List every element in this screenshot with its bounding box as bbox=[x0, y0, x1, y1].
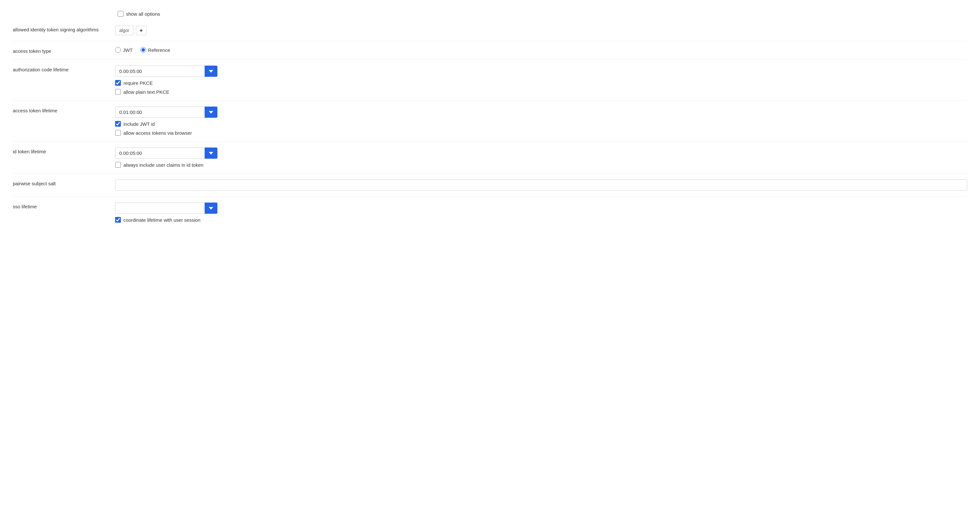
authorization-code-lifetime-label: authorization code lifetime bbox=[13, 65, 115, 72]
show-all-options-label: show all options bbox=[126, 11, 160, 17]
authorization-code-lifetime-row: authorization code lifetime require PKCE… bbox=[13, 60, 967, 101]
show-all-options-control: show all options bbox=[118, 11, 160, 17]
allowed-identity-token-controls: algor + bbox=[115, 26, 967, 35]
id-token-lifetime-row: id token lifetime always include user cl… bbox=[13, 142, 967, 174]
require-pkce-label: require PKCE bbox=[123, 80, 153, 86]
sso-lifetime-controls: coordinate lifetime with user session bbox=[115, 203, 967, 223]
require-pkce-checkbox[interactable] bbox=[115, 80, 121, 86]
chevron-down-icon bbox=[209, 206, 213, 211]
allow-plain-text-pkce-row: allow plain text PKCE bbox=[115, 89, 967, 95]
allow-plain-text-pkce-label: allow plain text PKCE bbox=[123, 89, 169, 95]
algo-container: algor + bbox=[115, 26, 967, 35]
authorization-code-lifetime-dropdown[interactable] bbox=[205, 65, 218, 77]
access-token-type-label: access token type bbox=[13, 47, 115, 54]
pairwise-subject-salt-label: pairwise subject salt bbox=[13, 179, 115, 186]
allowed-identity-token-row: allowed identity token signing algorithm… bbox=[13, 20, 967, 41]
pairwise-subject-salt-input[interactable] bbox=[115, 179, 967, 191]
access-token-type-row: access token type JWT Reference bbox=[13, 41, 967, 60]
access-token-lifetime-label: access token lifetime bbox=[13, 107, 115, 113]
chevron-down-icon bbox=[209, 110, 213, 115]
access-token-lifetime-input-group bbox=[115, 107, 218, 118]
id-token-lifetime-input[interactable] bbox=[115, 147, 205, 159]
coordinate-lifetime-label: coordinate lifetime with user session bbox=[123, 217, 200, 223]
chevron-down-icon bbox=[209, 69, 213, 73]
access-token-type-controls: JWT Reference bbox=[115, 47, 967, 53]
id-token-lifetime-input-group bbox=[115, 147, 218, 159]
authorization-code-lifetime-input-group bbox=[115, 65, 218, 77]
jwt-radio-option: JWT bbox=[115, 47, 133, 53]
access-token-type-radio-group: JWT Reference bbox=[115, 47, 967, 53]
id-token-lifetime-label: id token lifetime bbox=[13, 147, 115, 154]
coordinate-lifetime-checkbox[interactable] bbox=[115, 217, 121, 223]
access-token-lifetime-dropdown[interactable] bbox=[205, 107, 218, 118]
require-pkce-row: require PKCE bbox=[115, 80, 967, 86]
include-jwt-id-row: include JWT id bbox=[115, 121, 967, 127]
access-token-lifetime-controls: include JWT id allow access tokens via b… bbox=[115, 107, 967, 136]
algo-tag: algor bbox=[115, 26, 133, 35]
allow-access-tokens-via-browser-row: allow access tokens via browser bbox=[115, 130, 967, 136]
include-jwt-id-label: include JWT id bbox=[123, 121, 155, 127]
settings-form: show all options allowed identity token … bbox=[0, 0, 980, 527]
id-token-lifetime-controls: always include user claims in id token bbox=[115, 147, 967, 168]
sso-lifetime-input-group bbox=[115, 203, 218, 214]
always-include-user-claims-row: always include user claims in id token bbox=[115, 162, 967, 168]
pairwise-subject-salt-controls bbox=[115, 179, 967, 191]
access-token-lifetime-row: access token lifetime include JWT id all… bbox=[13, 101, 967, 142]
access-token-lifetime-input[interactable] bbox=[115, 107, 205, 118]
id-token-lifetime-dropdown[interactable] bbox=[205, 147, 218, 159]
allow-plain-text-pkce-checkbox[interactable] bbox=[115, 89, 121, 95]
reference-radio-label: Reference bbox=[148, 47, 170, 53]
always-include-user-claims-checkbox[interactable] bbox=[115, 162, 121, 168]
authorization-code-lifetime-controls: require PKCE allow plain text PKCE bbox=[115, 65, 967, 95]
show-all-options-row: show all options bbox=[13, 8, 967, 20]
show-all-options-checkbox[interactable] bbox=[118, 11, 123, 17]
jwt-radio[interactable] bbox=[115, 47, 121, 53]
reference-radio[interactable] bbox=[140, 47, 146, 53]
always-include-user-claims-label: always include user claims in id token bbox=[123, 162, 204, 168]
sso-lifetime-input[interactable] bbox=[115, 203, 205, 214]
sso-lifetime-label: sso lifetime bbox=[13, 203, 115, 209]
reference-radio-option: Reference bbox=[140, 47, 170, 53]
allow-access-tokens-via-browser-checkbox[interactable] bbox=[115, 130, 121, 136]
allow-access-tokens-via-browser-label: allow access tokens via browser bbox=[123, 130, 192, 136]
coordinate-lifetime-row: coordinate lifetime with user session bbox=[115, 217, 967, 223]
authorization-code-lifetime-input[interactable] bbox=[115, 65, 205, 77]
add-algo-button[interactable]: + bbox=[136, 26, 146, 35]
sso-lifetime-dropdown[interactable] bbox=[205, 203, 218, 214]
pairwise-subject-salt-row: pairwise subject salt bbox=[13, 174, 967, 197]
jwt-radio-label: JWT bbox=[123, 47, 133, 53]
allowed-identity-token-label: allowed identity token signing algorithm… bbox=[13, 26, 115, 32]
sso-lifetime-row: sso lifetime coordinate lifetime with us… bbox=[13, 197, 967, 228]
chevron-down-icon bbox=[209, 151, 213, 155]
include-jwt-id-checkbox[interactable] bbox=[115, 121, 121, 127]
